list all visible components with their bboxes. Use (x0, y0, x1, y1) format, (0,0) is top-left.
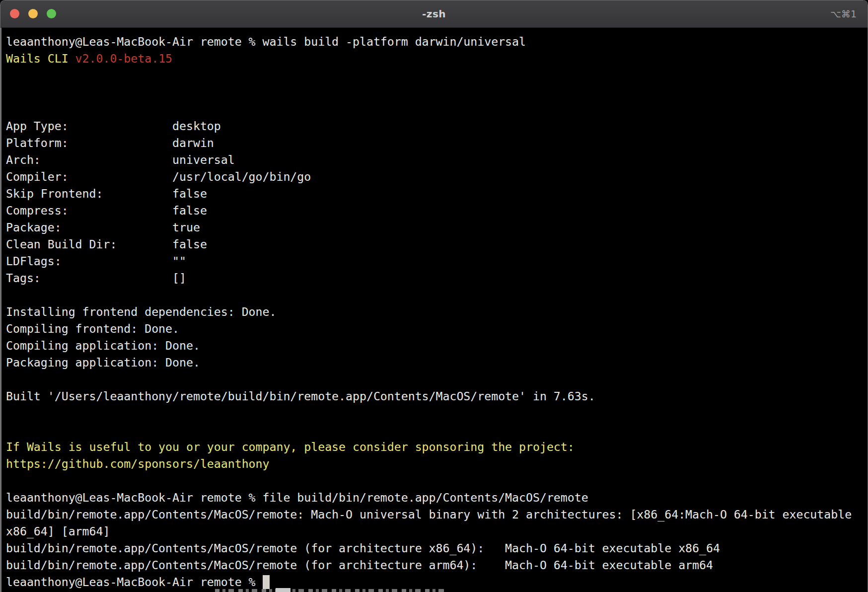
terminal-text-segment: Platform: darwin (6, 136, 214, 149)
terminal-line (6, 422, 868, 439)
terminal-text-segment: Clean Build Dir: false (6, 237, 207, 251)
terminal-text-segment: Arch: universal (6, 153, 235, 166)
terminal-line: Package: true (6, 219, 868, 236)
terminal-line: Compiling application: Done. (6, 337, 868, 354)
terminal-text-segment: leaanthony@Leas-MacBook-Air remote % fil… (6, 491, 588, 504)
terminal-line: x86_64] [arm64] (6, 523, 868, 540)
zoom-button[interactable] (47, 9, 56, 18)
terminal-text-segment: https://github.com/sponsors/leaanthony (6, 457, 269, 470)
terminal-window: -zsh ⌥⌘1 leaanthony@Leas-MacBook-Air rem… (0, 0, 868, 592)
terminal-line: Tags: [] (6, 270, 868, 287)
terminal-line: build/bin/remote.app/Contents/MacOS/remo… (6, 557, 868, 574)
minimize-button[interactable] (28, 9, 38, 18)
terminal-text-segment: leaanthony@Leas-MacBook-Air remote % wai… (6, 35, 526, 48)
terminal-line: Skip Frontend: false (6, 185, 868, 202)
terminal-line: Arch: universal (6, 151, 868, 168)
terminal-line (6, 371, 868, 388)
terminal-text-segment: Package: true (6, 221, 200, 234)
terminal-line (6, 67, 868, 84)
clipped-cursor-block (276, 588, 290, 592)
terminal-text-segment: Skip Frontend: false (6, 187, 207, 200)
terminal-line: If Wails is useful to you or your compan… (6, 439, 868, 455)
terminal-text-segment: Compress: false (6, 204, 207, 217)
terminal-line: Compiler: /usr/local/go/bin/go (6, 168, 868, 185)
terminal-text-segment: v2.0.0-beta.15 (75, 52, 172, 65)
close-button[interactable] (10, 9, 19, 18)
terminal-line: Compiling frontend: Done. (6, 320, 868, 337)
terminal-text-segment: Tags: [] (6, 271, 186, 285)
terminal-text-segment: Compiling frontend: Done. (6, 322, 179, 335)
terminal-text-segment: Packaging application: Done. (6, 356, 200, 369)
terminal-text-segment: leaanthony@Leas-MacBook-Air remote % (6, 575, 263, 589)
window-title: -zsh (422, 0, 446, 28)
terminal-text-segment: x86_64] [arm64] (6, 524, 110, 538)
terminal-line: build/bin/remote.app/Contents/MacOS/remo… (6, 506, 868, 523)
terminal-line: leaanthony@Leas-MacBook-Air remote % fil… (6, 489, 868, 506)
window-shortcut-badge: ⌥⌘1 (830, 0, 857, 28)
terminal-text-segment: If Wails is useful to you or your compan… (6, 440, 575, 453)
terminal-text-segment: LDFlags: "" (6, 254, 186, 268)
terminal-line (6, 101, 868, 118)
titlebar[interactable]: -zsh ⌥⌘1 (0, 0, 868, 28)
terminal-output[interactable]: leaanthony@Leas-MacBook-Air remote % wai… (0, 28, 868, 591)
clipped-glyph-tops (215, 589, 448, 592)
terminal-line (6, 84, 868, 101)
terminal-line: App Type: desktop (6, 118, 868, 135)
terminal-text-segment: Compiler: /usr/local/go/bin/go (6, 170, 311, 183)
terminal-line: leaanthony@Leas-MacBook-Air remote % wai… (6, 33, 868, 50)
clipped-next-line-fragment (215, 588, 448, 592)
terminal-cursor (263, 575, 270, 589)
terminal-line: LDFlags: "" (6, 253, 868, 270)
terminal-line: build/bin/remote.app/Contents/MacOS/remo… (6, 540, 868, 557)
terminal-line: Platform: darwin (6, 135, 868, 151)
terminal-line (6, 405, 868, 422)
terminal-line: Wails CLI v2.0.0-beta.15 (6, 50, 868, 67)
terminal-line (6, 472, 868, 489)
terminal-text-segment: build/bin/remote.app/Contents/MacOS/remo… (6, 558, 713, 572)
terminal-text-segment: build/bin/remote.app/Contents/MacOS/remo… (6, 508, 859, 521)
terminal-text-segment: Compiling application: Done. (6, 339, 200, 352)
terminal-line: https://github.com/sponsors/leaanthony (6, 455, 868, 472)
terminal-line (6, 287, 868, 303)
terminal-text-segment: build/bin/remote.app/Contents/MacOS/remo… (6, 541, 720, 555)
terminal-line: Compress: false (6, 202, 868, 219)
terminal-text-segment: Wails CLI (6, 52, 75, 65)
terminal-text-segment: Built '/Users/leaanthony/remote/build/bi… (6, 389, 595, 403)
terminal-line: Built '/Users/leaanthony/remote/build/bi… (6, 388, 868, 405)
traffic-lights (10, 9, 56, 18)
terminal-line: Clean Build Dir: false (6, 236, 868, 253)
terminal-text-segment: App Type: desktop (6, 119, 221, 133)
terminal-line: Installing frontend dependencies: Done. (6, 303, 868, 320)
terminal-line: Packaging application: Done. (6, 354, 868, 371)
terminal-text-segment: Installing frontend dependencies: Done. (6, 305, 276, 318)
